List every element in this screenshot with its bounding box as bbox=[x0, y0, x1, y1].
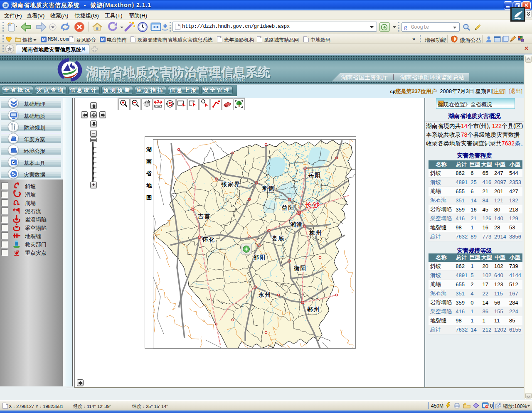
svg-text:岳阳: 岳阳 bbox=[308, 172, 321, 178]
svg-text:衡阳: 衡阳 bbox=[293, 265, 307, 271]
svg-text:S: S bbox=[168, 101, 172, 107]
svg-text:怀化: 怀化 bbox=[202, 236, 215, 243]
svg-text:常德: 常德 bbox=[261, 185, 275, 192]
svg-text:永州: 永州 bbox=[258, 291, 271, 298]
svg-text:娄底: 娄底 bbox=[271, 235, 285, 241]
svg-text:图: 图 bbox=[146, 194, 152, 201]
svg-text:益阳: 益阳 bbox=[281, 204, 295, 211]
svg-text:湖: 湖 bbox=[146, 146, 152, 152]
svg-text:张家界: 张家界 bbox=[221, 181, 241, 187]
svg-text:地: 地 bbox=[146, 182, 152, 189]
svg-text:南: 南 bbox=[146, 158, 152, 165]
svg-text:株州: 株州 bbox=[309, 230, 322, 236]
svg-text:?: ? bbox=[157, 100, 159, 104]
svg-text:邵阳: 邵阳 bbox=[253, 254, 266, 261]
svg-text:郴州: 郴州 bbox=[307, 306, 320, 312]
svg-text:长沙: 长沙 bbox=[305, 202, 321, 209]
svg-text:湘潭: 湘潭 bbox=[290, 221, 303, 228]
svg-text:省: 省 bbox=[146, 170, 152, 177]
svg-text:吉首: 吉首 bbox=[197, 213, 211, 219]
